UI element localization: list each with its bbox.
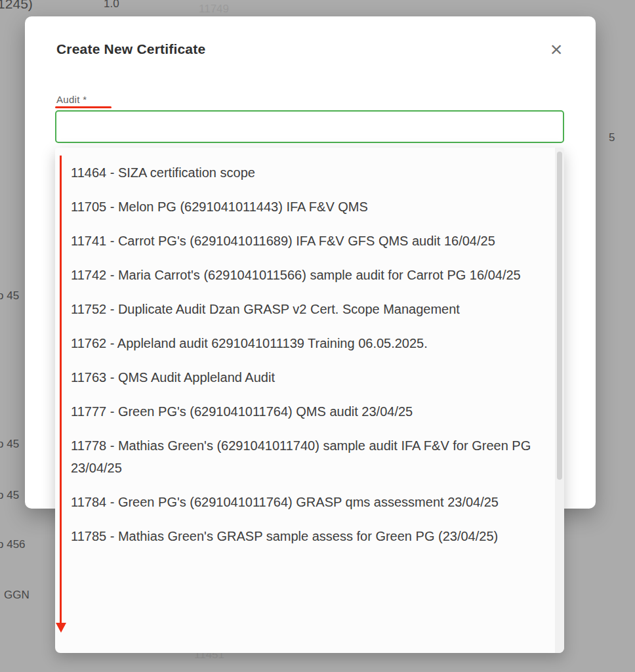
modal-title: Create New Certificate: [56, 41, 205, 57]
dropdown-option[interactable]: 11762 - Appleland audit 6291041011139 Tr…: [55, 326, 564, 360]
dropdown-option[interactable]: 11784 - Green PG's (6291041011764) GRASP…: [55, 485, 564, 519]
dropdown-scrollbar[interactable]: [555, 148, 564, 653]
dropdown-option[interactable]: 11778 - Mathias Green's (6291041011740) …: [55, 429, 564, 485]
annotation-arrow: [60, 156, 62, 623]
dropdown-scrollbar-thumb[interactable]: [557, 152, 562, 480]
dropdown-option[interactable]: 11785 - Mathias Green's GRASP sample ass…: [55, 519, 564, 553]
audit-field-label: Audit *: [56, 94, 87, 105]
background-text: GGN: [4, 589, 30, 602]
dropdown-option[interactable]: 11741 - Carrot PG's (6291041011689) IFA …: [55, 224, 564, 258]
close-icon[interactable]: ×: [544, 37, 568, 61]
dropdown-option[interactable]: 11464 - SIZA certification scope: [55, 156, 564, 190]
dropdown-option[interactable]: 11763 - QMS Audit Appleland Audit: [55, 360, 564, 394]
background-text: o 45: [0, 489, 19, 502]
audit-input[interactable]: [55, 110, 564, 143]
background-text: o 45: [0, 289, 19, 303]
audit-dropdown: 11464 - SIZA certification scope11705 - …: [55, 148, 564, 653]
annotation-underline: [55, 106, 112, 108]
page-backdrop: 11245) 1.0 11749 5 o 45 o 45 o 45 o 456 …: [0, 0, 635, 672]
dropdown-option[interactable]: 11752 - Duplicate Audit Dzan GRASP v2 Ce…: [55, 292, 564, 326]
dropdown-option[interactable]: 11777 - Green PG's (6291041011764) QMS a…: [55, 394, 564, 429]
dropdown-option[interactable]: 11705 - Melon PG (6291041011443) IFA F&V…: [55, 190, 564, 224]
background-text: o 45: [0, 438, 19, 451]
audit-dropdown-list: 11464 - SIZA certification scope11705 - …: [55, 148, 564, 561]
dropdown-option[interactable]: 11742 - Maria Carrot's (6291041011566) s…: [55, 258, 564, 292]
background-text: 1.0: [104, 0, 119, 10]
background-text: 11749: [199, 3, 229, 16]
background-text: 11245): [0, 0, 33, 12]
background-text: o 456: [0, 538, 26, 551]
background-text: 5: [609, 131, 615, 144]
